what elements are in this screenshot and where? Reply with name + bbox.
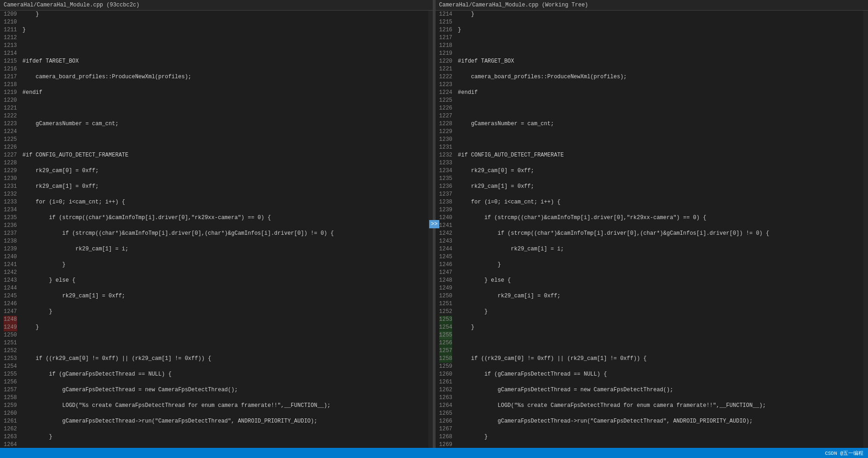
line-number: 1251 — [4, 339, 17, 347]
line-number: 1227 — [4, 151, 17, 159]
code-line: #ifdef TARGET_BOX — [23, 58, 428, 65]
line-number: 1225 — [439, 97, 453, 104]
line-number: 1243 — [4, 277, 17, 284]
line-number: 1236 — [4, 222, 17, 230]
line-number: 1237 — [4, 230, 17, 238]
line-number: 1224 — [439, 89, 453, 97]
line-number: 1263 — [439, 394, 453, 402]
editor-area: CameraHal/CameraHal_Module.cpp (93ccbc2c… — [0, 0, 868, 448]
line-number: 1244 — [439, 245, 453, 253]
line-number: 1255 — [439, 331, 453, 339]
code-line — [458, 136, 863, 144]
code-line: if (strcmp((char*)&camInfoTmp[i].driver[… — [458, 214, 863, 222]
code-line: if ((rk29_cam[0] != 0xff) || (rk29_cam[1… — [23, 355, 428, 363]
line-number: 1233 — [439, 159, 453, 167]
line-number: 1226 — [4, 144, 17, 151]
line-number: 1230 — [439, 136, 453, 144]
line-number: 1211 — [4, 26, 17, 34]
code-line: if ((rk29_cam[0] != 0xff) || (rk29_cam[1… — [458, 355, 863, 363]
line-number: 1239 — [439, 206, 453, 214]
right-scrollbar[interactable] — [863, 11, 868, 448]
code-line: camera_board_profiles::ProduceNewXml(pro… — [23, 73, 428, 81]
right-pane: CameraHal/CameraHal_Module.cpp (Working … — [436, 0, 868, 448]
line-number: 1219 — [439, 50, 453, 58]
line-number: 1261 — [439, 378, 453, 386]
code-line: rk29_cam[i] = 0xff; — [458, 292, 863, 300]
code-line: #if CONFIG_AUTO_DETECT_FRAMERATE — [458, 151, 863, 159]
line-number: 1245 — [4, 292, 17, 300]
right-code-content[interactable]: } } #ifdef TARGET_BOX camera_board_profi… — [456, 11, 863, 448]
code-line: for (i=0; i<cam_cnt; i++) { — [458, 198, 863, 206]
line-number: 1222 — [4, 112, 17, 120]
code-line: gCameraFpsDetectThread = new CameraFpsDe… — [23, 386, 428, 394]
line-number: 1245 — [439, 253, 453, 261]
line-number: 1254 — [4, 363, 17, 371]
code-line: camera_board_profiles::ProduceNewXml(pro… — [458, 73, 863, 81]
line-number: 1216 — [439, 26, 453, 34]
code-line: rk29_cam[i] = i; — [458, 245, 863, 253]
line-number: 1263 — [4, 433, 17, 441]
line-number: 1214 — [439, 11, 453, 18]
left-pane-header: CameraHal/CameraHal_Module.cpp (93ccbc2c… — [0, 0, 433, 11]
line-number: 1264 — [439, 402, 453, 410]
line-number: 1228 — [439, 120, 453, 128]
line-number: 1265 — [439, 410, 453, 417]
main-container: CameraHal/CameraHal_Module.cpp (93ccbc2c… — [0, 0, 868, 458]
line-number: 1264 — [4, 441, 17, 448]
line-number: 1228 — [4, 159, 17, 167]
line-number: 1241 — [439, 222, 453, 230]
code-line: rk29_cam[1] = 0xff; — [23, 292, 428, 300]
line-number: 1259 — [439, 363, 453, 371]
left-pane: CameraHal/CameraHal_Module.cpp (93ccbc2c… — [0, 0, 433, 448]
line-number: 1234 — [4, 206, 17, 214]
line-number: 1266 — [439, 417, 453, 425]
code-line: #ifdef TARGET_BOX — [458, 58, 863, 65]
line-number: 1215 — [439, 18, 453, 26]
line-number: 1229 — [4, 167, 17, 175]
line-number: 1221 — [4, 104, 17, 112]
line-number: 1209 — [4, 11, 17, 18]
code-line: #endif — [458, 89, 863, 97]
line-number: 1259 — [4, 402, 17, 410]
status-bar: CSDN @五一编程 — [0, 448, 868, 458]
line-number: 1260 — [439, 371, 453, 378]
line-number: 1254 — [439, 324, 453, 331]
line-number: 1210 — [4, 18, 17, 26]
code-line: } — [458, 433, 863, 441]
line-number: 1235 — [439, 175, 453, 183]
line-number: 1262 — [4, 425, 17, 433]
line-number: 1218 — [439, 42, 453, 50]
line-number: 1222 — [439, 73, 453, 81]
code-line: gCamerasNumber = cam_cnt; — [23, 120, 428, 128]
line-number: 1219 — [4, 89, 17, 97]
line-number: 1247 — [439, 269, 453, 277]
line-number: 1236 — [439, 183, 453, 191]
line-number: 1250 — [4, 331, 17, 339]
code-line: gCameraFpsDetectThread->run("CameraFpsDe… — [23, 417, 428, 425]
line-number: 1249 — [439, 284, 453, 292]
line-number: 1216 — [4, 65, 17, 73]
line-number: 1244 — [4, 284, 17, 292]
right-pane-header: CameraHal/CameraHal_Module.cpp (Working … — [436, 0, 868, 11]
code-line: if (strcmp((char*)&camInfoTmp[i].driver[… — [458, 230, 863, 238]
line-number: 1255 — [4, 371, 17, 378]
line-number: 1251 — [439, 300, 453, 308]
line-number: 1267 — [439, 425, 453, 433]
line-number: 1239 — [4, 245, 17, 253]
line-number: 1237 — [439, 191, 453, 198]
left-scrollbar[interactable] — [428, 11, 433, 448]
line-number: 1258 — [4, 394, 17, 402]
left-code-content[interactable]: } } #ifdef TARGET_BOX camera_board_profi… — [21, 11, 428, 448]
line-number: 1217 — [4, 73, 17, 81]
line-number: 1231 — [439, 144, 453, 151]
code-line — [23, 339, 428, 347]
line-number: 1227 — [439, 112, 453, 120]
left-line-numbers: 1209 1210 1211 1212 1213 1214 1215 1216 … — [0, 11, 21, 448]
code-line: } — [23, 433, 428, 441]
line-number: 1260 — [4, 410, 17, 417]
left-pane-title: CameraHal/CameraHal_Module.cpp (93ccbc2c… — [4, 2, 139, 8]
line-number: 1221 — [439, 65, 453, 73]
line-number: 1234 — [439, 167, 453, 175]
line-number: 1249 — [4, 324, 17, 331]
line-number: 1258 — [439, 355, 453, 363]
